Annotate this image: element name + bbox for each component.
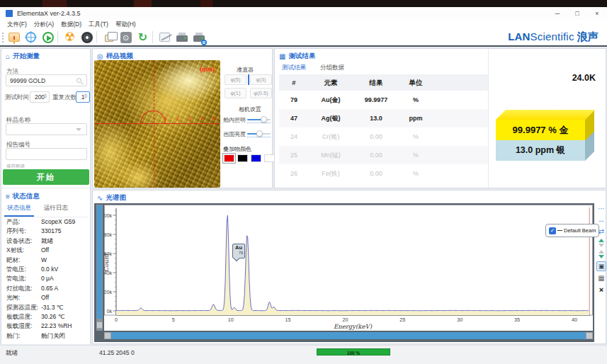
minimize-button[interactable]: ─ [548, 7, 567, 20]
horizontal-scrollbar[interactable] [104, 332, 593, 339]
menu-analysis[interactable]: 分析(A) [34, 21, 54, 29]
grid-icon: ▦ [279, 52, 285, 60]
copy-documents-icon[interactable] [101, 30, 116, 44]
scrollbar-handle[interactable] [104, 332, 111, 339]
toolbar-separator [57, 31, 58, 43]
tab-status-info[interactable]: 状态信息 [4, 202, 34, 217]
status-panel-title: 状态信息 [13, 192, 40, 201]
sample-name-select[interactable] [6, 123, 87, 135]
settings-icon[interactable]: ⊙ [118, 30, 133, 44]
vertical-scrollbar[interactable] [96, 205, 103, 331]
sample-video-feed[interactable]: (mm) 1 2 3 4 5 [94, 60, 220, 188]
collimator-button-1[interactable]: φ(1) [225, 88, 246, 98]
results-row[interactable]: 47Ag(银)13.0ppm [279, 109, 488, 127]
radiation-icon[interactable]: ☢ [62, 30, 77, 44]
tab-run-log[interactable]: 运行日志 [41, 202, 71, 217]
camera-shutter-icon[interactable] [79, 30, 94, 44]
collimator-button-5[interactable]: φ(5) [225, 74, 246, 85]
svg-text:10: 10 [228, 317, 234, 323]
reset-zoom-icon[interactable]: × [599, 285, 603, 294]
toolbar-grip[interactable] [1, 32, 4, 43]
results-row[interactable]: 24Cr(铬)0.00% [279, 127, 488, 146]
focus-target-icon[interactable] [23, 30, 38, 44]
mm-unit-label: (mm) [200, 66, 215, 73]
slider-ticks [247, 123, 271, 123]
scrollbar-handle[interactable] [96, 322, 103, 329]
chart-options-icon[interactable]: ⋯ [598, 205, 605, 213]
test-time-stepper[interactable]: 200 [30, 91, 50, 103]
expand-vertical-icon[interactable] [599, 239, 604, 247]
results-row[interactable]: 25Mn(锰)0.00% [279, 146, 488, 164]
ruler-mark: 4 [200, 116, 203, 121]
report-chart-icon[interactable] [6, 30, 21, 44]
maximize-button[interactable]: □ [567, 7, 587, 20]
menu-file[interactable]: 文件(F) [7, 21, 27, 29]
status-row: 板载湿度:22.23 %RH [1, 322, 90, 331]
spectrum-plot[interactable]: 0k20k40k60k80k100k0510152025303540CountE… [104, 205, 593, 331]
status-row: 灯丝电流:0.65 A [1, 284, 90, 293]
svg-text:35: 35 [514, 317, 520, 323]
edit-disabled-icon[interactable] [157, 30, 172, 44]
svg-text:100k: 100k [104, 212, 112, 219]
chart-toolbar: ⋯ ↔ ⇄ ▣ ▦ × [596, 205, 607, 294]
collapse-vertical-icon[interactable] [599, 250, 604, 258]
refresh-icon[interactable]: ↻ [135, 30, 150, 44]
start-button[interactable]: 开始 [3, 169, 89, 185]
silver-result-band: 13.0 ppm 银 [496, 140, 585, 161]
svg-text:0: 0 [115, 317, 118, 323]
toolbar-separator [96, 31, 97, 43]
test-time-label: 测试时间 [5, 93, 29, 102]
scrollbar-handle[interactable] [586, 332, 593, 339]
chart-frame: 0k20k40k60k80k100k0510152025303540CountE… [94, 203, 594, 342]
results-panel-header: ▦ 测试结果 [275, 50, 606, 62]
slider-knob[interactable] [256, 130, 263, 137]
results-header-row: # 元素 结果 单位 [279, 74, 488, 91]
menu-help[interactable]: 帮助(H) [115, 21, 136, 29]
search-icon[interactable] [76, 78, 81, 83]
menu-data[interactable]: 数据(D) [61, 21, 81, 29]
chamber-light-slider[interactable] [247, 119, 271, 120]
grid-toggle-icon[interactable]: ▦ [598, 274, 604, 283]
sample-video-panel: ◎ 样品视频 (mm) 1 2 3 4 5 准直器 φ(5) φ(3) φ(1)… [92, 48, 273, 188]
progress-label: 100 % [347, 351, 360, 356]
gold-bar-summary: 99.9977 % 金 13.0 ppm 银 [496, 120, 585, 161]
divider [1, 188, 90, 188]
camera-settings-label: 相机设置 [239, 106, 261, 113]
status-row: 靶材:W [1, 256, 90, 265]
svg-text:40: 40 [572, 317, 577, 323]
screen-brightness-label: 画面亮度 [223, 130, 246, 138]
collimator-button-3[interactable]: φ(3) [250, 74, 272, 85]
status-row: X射线:Off [1, 246, 90, 255]
expand-horizontal-icon[interactable]: ↔ [598, 216, 605, 224]
overlay-color-white[interactable] [264, 154, 275, 162]
au-peak-marker[interactable]: Au 79 [232, 244, 245, 258]
method-input[interactable] [6, 74, 87, 86]
slider-ticks [247, 137, 271, 137]
results-table: # 元素 结果 单位 79Au(金)99.9977% 47Ag(银)13.0pp… [279, 74, 488, 183]
slider-knob[interactable] [261, 116, 267, 123]
report-number-input[interactable] [6, 148, 87, 160]
status-row: 管电流:0 μA [1, 274, 90, 283]
overlay-color-blue[interactable] [251, 154, 261, 162]
screen-top-strip [0, 0, 607, 7]
gold-bar-side-face [585, 110, 594, 161]
overlay-color-red[interactable] [224, 154, 234, 162]
screen-brightness-slider[interactable] [247, 133, 271, 135]
chart-legend[interactable]: ✓ Default Beam [545, 224, 599, 237]
menu-tools[interactable]: 工具(T) [89, 21, 108, 29]
collimator-button-05[interactable]: φ(0.5) [250, 88, 272, 98]
legend-checkbox[interactable]: ✓ [549, 227, 556, 234]
overlay-color-black[interactable] [237, 154, 248, 162]
results-row[interactable]: 79Au(金)99.9977% [279, 91, 488, 109]
zoom-box-icon[interactable]: ▣ [596, 261, 606, 271]
status-row: 管电压:0.0 kV [1, 265, 90, 274]
print-bluetooth-icon[interactable]: B [191, 30, 206, 44]
ruler-mark: 2 [176, 116, 179, 121]
repeat-count-stepper[interactable]: 1 [76, 91, 90, 103]
start-measure-icon[interactable] [40, 30, 55, 44]
close-button[interactable]: × [587, 7, 607, 20]
collapse-horizontal-icon[interactable]: ⇄ [599, 227, 604, 236]
camera-icon: ◎ [97, 52, 103, 60]
results-row[interactable]: 26Fe(铁)0.00% [279, 164, 488, 183]
print-icon[interactable] [174, 30, 189, 44]
